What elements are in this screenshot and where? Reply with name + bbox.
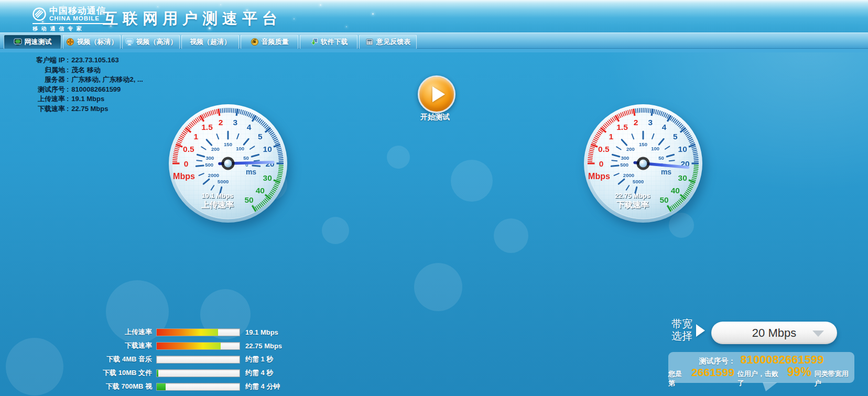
sparkle bbox=[220, 4, 221, 5]
info-row: 上传速率:19.1 Mbps bbox=[15, 94, 143, 104]
progress-value: 约需 4 分钟 bbox=[240, 382, 280, 391]
tab-video-sd[interactable]: 视频（标清） bbox=[63, 35, 121, 49]
logo-en-text: CHINA MOBILE bbox=[49, 15, 111, 22]
info-row: 服务器:广东移动, 广东移动2, ... bbox=[15, 75, 143, 85]
gauge-scale-label: 4 bbox=[662, 123, 667, 131]
progress-label: 下载速率 bbox=[68, 341, 156, 350]
info-label: 归属地 bbox=[15, 65, 65, 75]
gauge-inner-label: 5000 bbox=[633, 179, 644, 184]
feedback-form-icon bbox=[365, 38, 374, 46]
info-label: 下载速率 bbox=[15, 104, 65, 114]
header: 中国移动通信 CHINA MOBILE 移 动 通 信 专 家 互联网用户测速平… bbox=[0, 0, 868, 32]
bandwidth-select-label: 带宽 选择 bbox=[671, 318, 692, 342]
progress-row: 下载 10MB 文件约需 4 秒 bbox=[68, 366, 282, 380]
gauge-value: 19.1 Mbps bbox=[202, 192, 233, 200]
tab-software-download[interactable]: 软件下载 bbox=[300, 35, 357, 49]
gauge-scale-label: 2 bbox=[634, 118, 638, 127]
info-value: 22.75 Mbps bbox=[71, 104, 108, 114]
gauge-value: 22.75 Mbps bbox=[615, 192, 650, 200]
monitor-icon bbox=[125, 38, 134, 46]
tab-label: 视频（高清） bbox=[136, 37, 177, 47]
sparkle bbox=[320, 4, 321, 6]
progress-row: 下载 700MB 视约需 4 分钟 bbox=[68, 380, 282, 393]
gauge-inner-label: 200 bbox=[211, 146, 220, 152]
gauge-inner-label: 100 bbox=[651, 146, 659, 151]
beat-percent: 99% bbox=[787, 365, 811, 379]
user-count: 2661599 bbox=[691, 366, 734, 379]
gauge-unit-mbps: Mbps bbox=[588, 172, 610, 181]
bandwidth-selected-value: 20 Mbps bbox=[752, 326, 796, 340]
gauge-scale-label: 0.5 bbox=[183, 145, 194, 153]
logo-cn-text: 中国移动通信 bbox=[49, 6, 111, 15]
bokeh-circle bbox=[6, 338, 63, 395]
info-value: 茂名 移动 bbox=[71, 65, 101, 75]
logo-slogan: 移 动 通 信 专 家 bbox=[32, 25, 111, 32]
tab-audio-quality[interactable]: 音频质量 bbox=[241, 35, 298, 49]
gauge-scale-label: 2 bbox=[219, 118, 223, 127]
gauge-scale-label: 10 bbox=[263, 145, 272, 153]
gauge-inner-label: 300 bbox=[205, 155, 214, 161]
bokeh-circle bbox=[322, 217, 349, 244]
info-value: 19.1 Mbps bbox=[71, 94, 104, 104]
gauge-scale-label: 1.5 bbox=[616, 123, 628, 131]
gauge-inner-label: 50 bbox=[658, 155, 664, 161]
speech-bubble-tail bbox=[763, 382, 777, 391]
gauge-scale-label: 5 bbox=[673, 132, 678, 141]
start-test-button[interactable] bbox=[418, 75, 455, 113]
progress-bar bbox=[156, 383, 240, 391]
progress-value: 19.1 Mbps bbox=[240, 328, 278, 336]
page-title: 互联网用户测速平台 bbox=[103, 8, 282, 29]
tab-speed-test[interactable]: 网速测试 bbox=[4, 35, 61, 49]
gauge-scale-label: 1 bbox=[193, 132, 198, 141]
progress-bar bbox=[156, 369, 240, 377]
gauge-scale-label: 50 bbox=[244, 195, 253, 204]
gauge-scale-label: 40 bbox=[256, 186, 265, 195]
progress-label: 上传速率 bbox=[68, 327, 156, 337]
bokeh-circle bbox=[494, 218, 528, 253]
progress-panel: 上传速率19.1 Mbps下载速率22.75 Mbps下载 4MB 音乐约需 1… bbox=[68, 325, 282, 393]
bandwidth-select[interactable]: 20 Mbps bbox=[711, 322, 837, 344]
progress-label: 下载 4MB 音乐 bbox=[68, 355, 156, 364]
progress-label: 下载 700MB 视 bbox=[68, 382, 156, 391]
progress-fill bbox=[157, 329, 218, 336]
progress-row: 下载速率22.75 Mbps bbox=[68, 339, 282, 353]
tab-feedback[interactable]: 意见反馈表 bbox=[359, 35, 417, 49]
gauge-scale-label: 1.5 bbox=[201, 123, 213, 131]
gauge-scale-label: 0 bbox=[184, 159, 189, 168]
gauge-caption: 上传速率 bbox=[201, 200, 234, 209]
gauge-inner-label: 150 bbox=[224, 141, 232, 147]
gauge-inner-label: 5000 bbox=[218, 179, 229, 184]
gauge-inner-label: 150 bbox=[639, 141, 647, 147]
info-row: 归属地:茂名 移动 bbox=[15, 65, 143, 75]
gauge-scale-label: 5 bbox=[258, 132, 263, 141]
download-gauge: 00.511.523451020304050Mbps05010015020030… bbox=[580, 101, 706, 226]
upload-gauge: 00.511.523451020304050Mbps05010015020030… bbox=[165, 101, 291, 226]
sparkle bbox=[346, 26, 347, 27]
progress-bar bbox=[156, 342, 240, 350]
tab-video-hd[interactable]: 视频（高清） bbox=[122, 35, 180, 49]
chevron-down-icon bbox=[812, 331, 824, 337]
gauge-scale-label: 0.5 bbox=[598, 145, 610, 153]
gauge-scale-label: 3 bbox=[233, 118, 238, 127]
progress-row: 上传速率19.1 Mbps bbox=[68, 325, 282, 339]
progress-value: 约需 1 秒 bbox=[240, 355, 273, 364]
tab-label: 网速测试 bbox=[25, 37, 52, 47]
progress-bar bbox=[156, 328, 240, 336]
bokeh-circle bbox=[451, 160, 493, 202]
info-label: 服务器 bbox=[15, 75, 65, 85]
progress-fill bbox=[157, 383, 166, 390]
sparkle bbox=[294, 18, 295, 19]
progress-value: 约需 4 秒 bbox=[240, 368, 273, 378]
test-serial-box: 测试序号： 8100082661599 您是第 2661599 位用户，击败了 … bbox=[668, 352, 854, 383]
gauge-unit-ms: ms bbox=[246, 168, 256, 176]
progress-fill bbox=[157, 343, 221, 349]
tabbar-bottom-strip bbox=[0, 49, 868, 52]
progress-row: 下载 4MB 音乐约需 1 秒 bbox=[68, 353, 282, 366]
film-reel-icon bbox=[66, 38, 74, 46]
china-mobile-logo-icon bbox=[32, 7, 46, 21]
tab-bar: 网速测试视频（标清）视频（高清）视频（超清）音频质量软件下载意见反馈表 bbox=[0, 32, 868, 49]
gauge-inner-label: 2000 bbox=[208, 172, 219, 178]
tab-label: 视频（标清） bbox=[77, 37, 118, 47]
tab-video-uhd[interactable]: 视频（超清） bbox=[181, 35, 239, 49]
progress-fill bbox=[157, 370, 158, 377]
